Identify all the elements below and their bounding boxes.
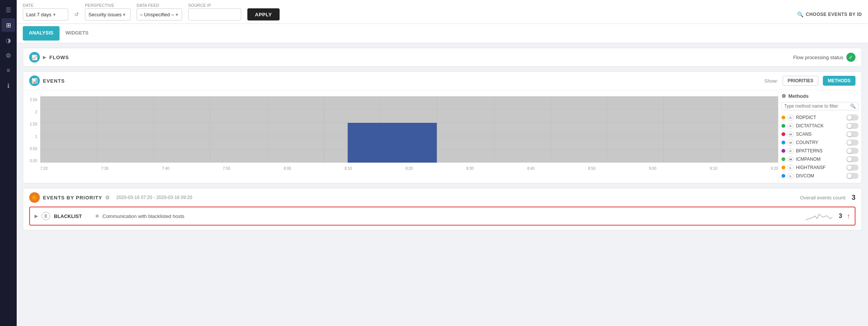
perspective-label: Perspective	[85, 3, 131, 8]
dictattack-dot	[782, 124, 785, 128]
sidebar-icon-grid[interactable]: ⊞	[2, 18, 15, 32]
datafeed-select[interactable]: – Unspecified – ▾	[137, 8, 182, 20]
country-badge: H	[788, 139, 794, 146]
events-by-priority-card: 🔶 EVENTS BY PRIORITY ⚙ 2020-03-16 07:20 …	[23, 188, 862, 230]
xaxis-7: 8:30	[466, 166, 473, 171]
method-row-dictattack: C DICTATTACK	[782, 122, 859, 130]
xaxis-4: 8:00	[284, 166, 291, 171]
hightransf-toggle[interactable]	[846, 165, 859, 171]
yaxis-label-2: 1.50	[26, 122, 37, 126]
datafeed-field: Data feed – Unspecified – ▾	[137, 3, 182, 20]
blacklist-badge-icon: C	[42, 212, 50, 220]
events-chart-area: 2.50 2 1.50 1 0.50 0.00	[23, 90, 778, 183]
xaxis-5: 8:10	[344, 166, 352, 171]
sidebar: ☰ ⊞ ◑ ⚙ ≡ ℹ	[0, 0, 17, 326]
choose-events-label[interactable]: CHOOSE EVENTS BY ID	[806, 12, 862, 17]
method-row-divcom: L DIVCOM	[782, 172, 859, 180]
topbar: Date Last 7 days ▾ ↺ Perspective Securit…	[17, 0, 868, 24]
sidebar-icon-menu[interactable]: ☰	[2, 3, 15, 17]
xaxis-2: 7:40	[162, 166, 169, 171]
blacklist-count: 3	[839, 213, 842, 219]
xaxis-1: 7:30	[101, 166, 108, 171]
bpatterns-dot	[782, 149, 785, 153]
tabbar: ANALYSIS WIDGETS	[17, 24, 868, 43]
chart-main: 7:20 7:30 7:40 7:50 8:00 8:10 8:20 8:30 …	[40, 96, 778, 171]
ebp-title: EVENTS BY PRIORITY	[43, 195, 102, 201]
xaxis-8: 8:40	[527, 166, 535, 171]
scans-toggle[interactable]	[846, 131, 859, 137]
divcom-badge: L	[788, 173, 794, 179]
tab-widgets[interactable]: WIDGETS	[60, 26, 95, 41]
methods-panel: ⚙ Methods 🔍 C RDPDICT	[778, 90, 862, 183]
rdpdict-name: RDPDICT	[796, 115, 844, 120]
date-label: Date	[23, 3, 68, 8]
events-icon: 📊	[29, 75, 40, 86]
events-title: EVENTS	[43, 78, 65, 84]
chart-xaxis: 7:20 7:30 7:40 7:50 8:00 8:10 8:20 8:30 …	[40, 166, 778, 171]
chart-svg	[40, 96, 778, 165]
datafeed-label: Data feed	[137, 3, 182, 8]
tab-analysis[interactable]: ANALYSIS	[23, 26, 60, 41]
flow-status-ok-icon: ✓	[846, 53, 855, 62]
flows-chevron-icon[interactable]: ▶	[43, 55, 46, 60]
xaxis-12: 9:20	[771, 166, 778, 171]
dictattack-name: DICTATTACK	[796, 123, 844, 129]
date-dropdown-icon: ▾	[53, 12, 56, 17]
xaxis-9: 8:50	[588, 166, 595, 171]
content-area: 📈 ▶ FLOWS Flow processing status ✓ 📊 EVE…	[17, 43, 868, 326]
methods-search-icon: 🔍	[850, 103, 856, 109]
blacklist-arrow-icon[interactable]: ↑	[847, 212, 850, 220]
ebp-icon: 🔶	[29, 192, 40, 203]
events-card: 📊 EVENTS Show: PRIORITIES METHODS 2.50 2…	[23, 71, 862, 183]
sidebar-icon-info[interactable]: ℹ	[2, 79, 15, 92]
blacklist-dot-icon	[96, 215, 99, 218]
ebp-filter-icon[interactable]: ⚙	[105, 194, 110, 201]
flows-title: FLOWS	[49, 55, 69, 60]
divcom-dot	[782, 174, 785, 178]
sidebar-icon-chart[interactable]: ◑	[2, 33, 15, 47]
blacklist-chevron-icon[interactable]: ▶	[35, 213, 38, 219]
blacklist-sparkline: 3 ↑	[804, 210, 850, 222]
bpatterns-toggle[interactable]	[846, 148, 859, 154]
ebp-count-label: Overall events count:	[800, 195, 846, 201]
choose-events-area: 🔍 CHOOSE EVENTS BY ID	[797, 11, 862, 17]
sidebar-icon-gear[interactable]: ⚙	[2, 49, 15, 62]
sourceip-input[interactable]	[188, 8, 241, 20]
bpatterns-name: BPATTERNS	[796, 148, 844, 154]
flows-status: Flow processing status ✓	[793, 53, 855, 62]
divcom-toggle[interactable]	[846, 173, 859, 179]
scans-dot	[782, 132, 785, 136]
xaxis-3: 7:50	[223, 166, 230, 171]
methods-button[interactable]: METHODS	[823, 76, 855, 86]
scans-badge: H	[788, 131, 794, 137]
icmpanom-name: ICMPANOM	[796, 157, 844, 162]
method-row-scans: H SCANS	[782, 130, 859, 138]
icmpanom-toggle[interactable]	[846, 156, 859, 162]
chart-yaxis: 2.50 2 1.50 1 0.50 0.00	[23, 96, 40, 171]
svg-rect-17	[348, 123, 437, 163]
date-value: Last 7 days	[26, 12, 52, 17]
hightransf-dot	[782, 166, 785, 169]
apply-button[interactable]: APPLY	[247, 8, 280, 20]
flows-card: 📈 ▶ FLOWS Flow processing status ✓	[23, 48, 862, 67]
sourceip-label: Source IP	[188, 3, 241, 8]
show-label: Show:	[764, 78, 778, 84]
country-toggle[interactable]	[846, 139, 859, 146]
blacklist-description: Communication with blacklisted hosts	[102, 213, 184, 219]
xaxis-6: 8:20	[406, 166, 413, 171]
methods-filter[interactable]: 🔍	[782, 102, 859, 110]
flows-header: 📈 ▶ FLOWS Flow processing status ✓	[23, 48, 862, 66]
date-select[interactable]: Last 7 days ▾	[23, 8, 68, 20]
hightransf-badge: L	[788, 165, 794, 171]
country-dot	[782, 141, 785, 144]
method-row-icmpanom: M ICMPANOM	[782, 155, 859, 163]
bpatterns-badge: C	[788, 148, 794, 154]
rdpdict-toggle[interactable]	[846, 114, 859, 121]
methods-filter-input[interactable]	[784, 103, 849, 109]
dictattack-toggle[interactable]	[846, 123, 859, 129]
sidebar-icon-doc[interactable]: ≡	[2, 64, 15, 77]
refresh-button[interactable]: ↺	[74, 11, 79, 17]
perspective-select[interactable]: Security issues ▾	[85, 8, 131, 20]
priorities-button[interactable]: PRIORITIES	[783, 76, 818, 86]
sparkline-svg	[804, 210, 834, 222]
